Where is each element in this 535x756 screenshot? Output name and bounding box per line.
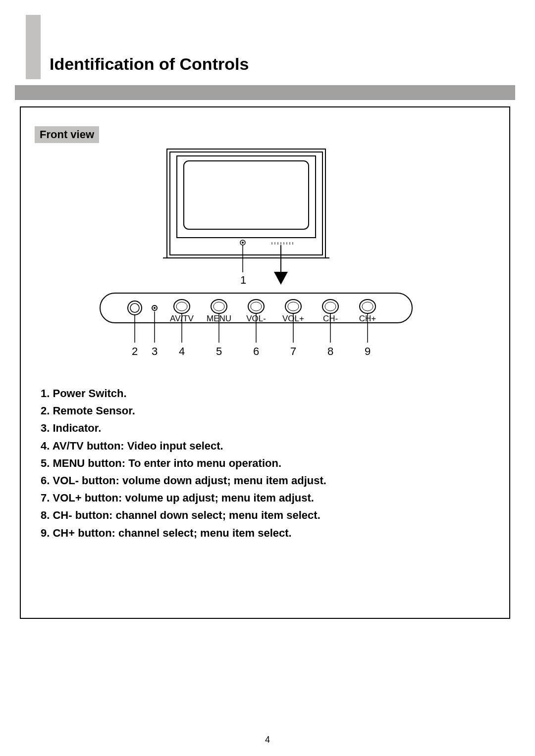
svg-point-30 xyxy=(214,302,224,311)
svg-rect-0 xyxy=(167,149,325,258)
desc-item-2: 2. Remote Sensor. xyxy=(41,402,326,419)
desc-item-6: 6. VOL- button: volume down adjust; menu… xyxy=(41,472,326,489)
svg-marker-17 xyxy=(274,272,288,285)
svg-rect-3 xyxy=(184,161,309,229)
svg-point-20 xyxy=(130,303,139,312)
desc-item-1: 1. Power Switch. xyxy=(41,385,326,402)
control-descriptions: 1. Power Switch. 2. Remote Sensor. 3. In… xyxy=(41,385,326,542)
tv-front-illustration: 1 xyxy=(162,146,345,290)
desc-item-4: 4. AV/TV button: Video input select. xyxy=(41,437,326,454)
svg-point-29 xyxy=(176,302,187,311)
svg-point-19 xyxy=(128,301,142,315)
header-decor-bar xyxy=(26,15,41,79)
page-title: Identification of Controls xyxy=(50,54,249,74)
desc-item-7: 7. VOL+ button: volume up adjust; menu i… xyxy=(41,489,326,506)
callout-1: 1 xyxy=(240,274,246,286)
svg-point-33 xyxy=(325,302,336,311)
callout-9: 9 xyxy=(365,345,371,357)
svg-rect-2 xyxy=(177,156,316,238)
callout-7: 7 xyxy=(290,345,296,357)
callout-5: 5 xyxy=(216,345,222,357)
callout-4: 4 xyxy=(179,345,185,357)
control-panel-illustration: AV/TV MENU VOL- VOL+ CH- CH+ 2 xyxy=(98,291,415,375)
document-page: Identification of Controls Front view xyxy=(0,0,535,756)
svg-rect-1 xyxy=(170,152,322,255)
desc-item-5: 5. MENU button: To enter into menu opera… xyxy=(41,454,326,472)
header-underline-band xyxy=(15,85,515,100)
desc-item-9: 9. CH+ button: channel select; menu item… xyxy=(41,524,326,542)
svg-point-31 xyxy=(251,302,262,311)
callout-8: 8 xyxy=(327,345,333,357)
svg-point-6 xyxy=(242,242,244,244)
svg-point-32 xyxy=(288,302,299,311)
callout-6: 6 xyxy=(253,345,259,357)
section-label-front-view: Front view xyxy=(35,126,99,143)
callout-3: 3 xyxy=(152,345,158,357)
svg-point-34 xyxy=(362,302,373,311)
content-frame: Front view xyxy=(20,106,510,619)
svg-point-22 xyxy=(154,307,156,309)
page-number: 4 xyxy=(0,735,535,745)
desc-item-3: 3. Indicator. xyxy=(41,419,326,437)
desc-item-8: 8. CH- button: channel down select; menu… xyxy=(41,506,326,524)
callout-2: 2 xyxy=(132,345,138,357)
